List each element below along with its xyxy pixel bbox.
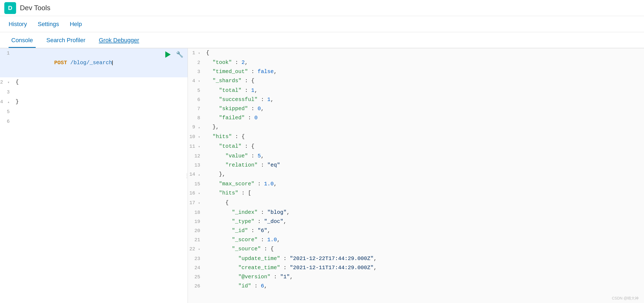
- play-icon: [165, 51, 171, 58]
- code-line-2: 2 ▾ {: [0, 77, 188, 87]
- code-line-4: 4 ▴ }: [0, 97, 188, 107]
- line-content-4: }: [13, 97, 19, 107]
- line-content-2: {: [13, 77, 19, 87]
- output-line-7: 7 "skipped" : 0,: [188, 104, 644, 113]
- output-line-25: 25 "@version" : "1",: [188, 272, 644, 282]
- panel-drag-handle[interactable]: ⋮: [186, 48, 188, 303]
- output-line-13: 13 "relation" : "eq": [188, 161, 644, 170]
- output-line-20: 20 "_id" : "6",: [188, 226, 644, 235]
- code-line-3: 3: [0, 87, 188, 97]
- left-panel: 1 POST /blog/_search 2 ▾ { 3 4: [0, 48, 188, 303]
- nav-settings[interactable]: Settings: [38, 21, 59, 28]
- output-line-11: 11 ▾ "total" : {: [188, 142, 644, 152]
- output-line-10: 10 ▾ "hits" : {: [188, 132, 644, 142]
- output-line-24: 24 "create_time" : "2021-12-11T17:44:29.…: [188, 263, 644, 272]
- output-line-22: 22 ▾ "_source" : {: [188, 244, 644, 254]
- watermark: CSDN @晴大神: [612, 296, 639, 301]
- output-line-19: 19 "_type" : "_doc",: [188, 217, 644, 226]
- editor-area: 1 POST /blog/_search 2 ▾ { 3 4: [0, 48, 644, 303]
- title-bar: D Dev Tools: [0, 0, 644, 16]
- code-line-5: 5: [0, 107, 188, 117]
- nav-history[interactable]: History: [9, 21, 27, 28]
- top-nav: History Settings Help: [0, 16, 644, 32]
- output-line-12: 12 "value" : 5,: [188, 152, 644, 161]
- output-line-1: 1 ▾ {: [188, 48, 644, 58]
- run-button[interactable]: [164, 50, 172, 59]
- output-line-2: 2 "took" : 2,: [188, 58, 644, 67]
- line-num-2: 2 ▾: [0, 77, 13, 87]
- output-line-9: 9 ▴ },: [188, 122, 644, 132]
- output-line-26: 26 "id" : 6,: [188, 282, 644, 291]
- line-num-1: 1: [0, 48, 13, 58]
- output-line-8: 8 "failed" : 0: [188, 113, 644, 122]
- output-line-18: 18 "_index" : "blog",: [188, 208, 644, 217]
- code-editor[interactable]: 1 POST /blog/_search 2 ▾ { 3 4: [0, 48, 188, 303]
- code-line-6: 6: [0, 117, 188, 126]
- line-num-5: 5: [0, 107, 13, 117]
- output-line-21: 21 "_score" : 1.0,: [188, 235, 644, 244]
- line-num-3: 3: [0, 87, 13, 97]
- tab-console[interactable]: Console: [9, 37, 36, 48]
- output-line-4: 4 ▾ "_shards" : {: [188, 76, 644, 86]
- nav-help[interactable]: Help: [70, 21, 82, 28]
- drag-dots-icon: ⋮: [184, 172, 190, 179]
- output-line-6: 6 "successful" : 1,: [188, 95, 644, 104]
- output-line-15: 15 "max_score" : 1.0,: [188, 179, 644, 189]
- code-line-1: 1 POST /blog/_search: [0, 48, 188, 77]
- line-num-4: 4 ▴: [0, 97, 13, 107]
- line-num-6: 6: [0, 117, 13, 126]
- output-line-14: 14 ▴ },: [188, 170, 644, 179]
- right-panel: 1 ▾ { 2 "took" : 2, 3 "timed_out" : fals…: [188, 48, 644, 303]
- output-line-23: 23 "update_time" : "2021-12-22T17:44:29.…: [188, 254, 644, 263]
- tab-grok-debugger[interactable]: Grok Debugger: [96, 37, 142, 48]
- tab-bar: Console Search Profiler Grok Debugger: [0, 32, 644, 48]
- editor-toolbar: 🔧: [164, 50, 184, 59]
- app-icon: D: [4, 2, 16, 14]
- output-line-3: 3 "timed_out" : false,: [188, 67, 644, 76]
- output-line-5: 5 "total" : 1,: [188, 86, 644, 95]
- output-line-16: 16 ▾ "hits" : [: [188, 189, 644, 198]
- settings-button[interactable]: 🔧: [175, 50, 184, 59]
- line-content-1: POST /blog/_search: [13, 48, 113, 77]
- tab-search-profiler[interactable]: Search Profiler: [44, 37, 88, 48]
- app-container: D Dev Tools History Settings Help Consol…: [0, 0, 644, 303]
- output-line-17: 17 ▾ {: [188, 198, 644, 208]
- app-title: Dev Tools: [20, 4, 50, 12]
- wrench-icon: 🔧: [176, 51, 183, 58]
